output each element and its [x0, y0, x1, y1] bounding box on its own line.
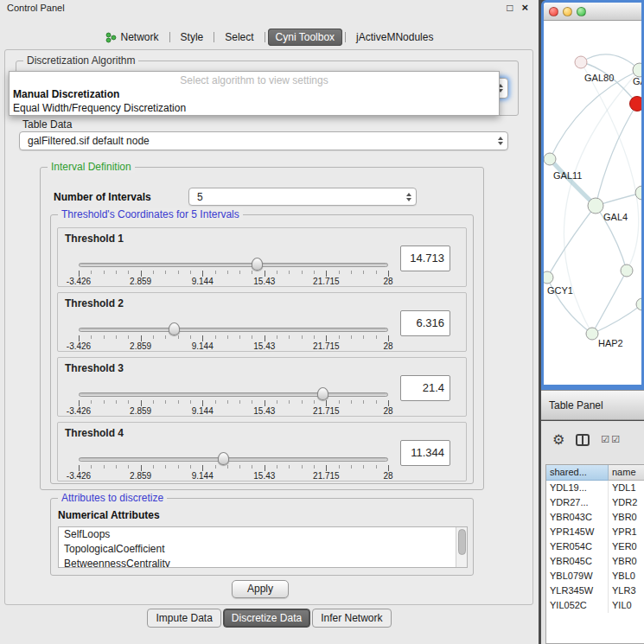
tab-jactivemnodules[interactable]: jActiveMNodules	[348, 29, 441, 46]
table-cell[interactable]: YBL0	[609, 569, 644, 583]
scrollbar-thumb[interactable]	[458, 529, 466, 555]
table-cell[interactable]: YDL1	[609, 481, 644, 495]
select-columns-icons: ☑ ☑	[601, 434, 620, 445]
threshold-1-slider[interactable]	[79, 263, 388, 270]
table-cell[interactable]: YBR0	[609, 554, 644, 569]
slider-thumb[interactable]	[218, 452, 229, 465]
tab-style[interactable]: Style	[173, 29, 212, 46]
gear-icon[interactable]: ⚙	[552, 433, 564, 447]
network-node-selected-red[interactable]	[630, 97, 642, 112]
network-node[interactable]	[544, 271, 553, 284]
table-cell[interactable]: YDR27...	[546, 495, 609, 510]
combo-stepper-icon[interactable]	[498, 137, 503, 145]
table-cell[interactable]: YPR1	[609, 525, 644, 539]
slider-thumb[interactable]	[252, 258, 263, 271]
network-node[interactable]	[586, 328, 598, 340]
tab-impute-data[interactable]: Impute Data	[147, 609, 220, 628]
minimize-traffic-light-icon[interactable]	[563, 7, 572, 16]
table-cell[interactable]: YLR345W	[546, 583, 609, 598]
table-row[interactable]: YIL052CYIL0	[546, 598, 644, 613]
table-cell[interactable]: YBR0	[609, 510, 644, 525]
table-cell[interactable]: YLR3	[609, 583, 644, 598]
scale-label: -3.426	[67, 341, 91, 351]
slider-tick-ruler	[79, 335, 389, 341]
slider-thumb[interactable]	[317, 387, 328, 400]
tab-network[interactable]: Network	[98, 29, 167, 46]
slider-tick-ruler	[79, 271, 389, 277]
threshold-4-slider[interactable]	[79, 457, 388, 464]
algorithm-option-equal-width[interactable]: Equal Width/Frequency Discretization	[10, 101, 499, 115]
checkbox-icon[interactable]: ☑	[601, 434, 609, 445]
number-of-intervals-combo[interactable]: 5	[188, 188, 417, 206]
tab-discretize-data[interactable]: Discretize Data	[223, 609, 310, 628]
slider-track[interactable]	[79, 457, 388, 462]
tab-separator	[265, 32, 265, 42]
table-row[interactable]: YER054CYER0	[546, 539, 644, 554]
apply-button[interactable]: Apply	[232, 580, 289, 598]
network-node[interactable]	[544, 153, 556, 165]
slider-thumb[interactable]	[169, 322, 180, 335]
column-header-name[interactable]: name	[609, 465, 644, 481]
list-scrollbar[interactable]	[456, 527, 467, 567]
slider-track[interactable]	[79, 392, 388, 397]
list-item[interactable]: TopologicalCoefficient	[59, 542, 467, 557]
table-row[interactable]: YPR145WYPR1	[546, 525, 644, 539]
tab-infer-network[interactable]: Infer Network	[312, 609, 391, 628]
numerical-attributes-list[interactable]: SelfLoops TopologicalCoefficient Between…	[58, 526, 468, 568]
table-cell[interactable]: YBL079W	[546, 569, 609, 583]
combo-stepper-icon[interactable]	[406, 193, 411, 201]
table-row[interactable]: YBL079WYBL0	[546, 569, 644, 583]
algorithm-option-manual[interactable]: Manual Discretization	[10, 87, 499, 101]
network-node[interactable]	[588, 198, 603, 214]
tab-separator	[345, 32, 346, 42]
columns-icon[interactable]	[576, 434, 590, 446]
threshold-2-slider[interactable]	[79, 328, 388, 335]
network-node[interactable]	[575, 56, 587, 68]
table-row[interactable]: YDR27...YDR2	[546, 495, 644, 510]
threshold-3-value-field[interactable]: 21.4	[400, 375, 450, 401]
tab-select[interactable]: Select	[217, 29, 261, 46]
table-cell[interactable]: YIL052C	[546, 598, 609, 613]
table-row[interactable]: YBR043CYBR0	[546, 510, 644, 525]
table-cell[interactable]: YDR2	[609, 495, 644, 510]
threshold-3-slider[interactable]	[79, 392, 388, 399]
threshold-1-value-field[interactable]: 14.713	[400, 245, 450, 271]
tab-cyni-toolbox[interactable]: Cyni Toolbox	[268, 29, 342, 46]
network-graph: GAL80 GA GAL11 GAL4 GCY1 HAP2	[544, 21, 641, 384]
table-data-combo[interactable]: galFiltered.sif default node	[19, 131, 508, 150]
threshold-2-value-field[interactable]: 6.316	[400, 310, 450, 336]
network-canvas[interactable]: GAL80 GA GAL11 GAL4 GCY1 HAP2	[544, 21, 641, 384]
table-row[interactable]: YLR345WYLR3	[546, 583, 644, 598]
slider-track[interactable]	[79, 328, 388, 332]
node-label: GAL11	[553, 170, 582, 181]
table-row[interactable]: YDL19...YDL1	[546, 481, 644, 495]
node-label: GAL4	[603, 212, 628, 222]
table-cell[interactable]: YPR145W	[546, 525, 609, 539]
network-window-titlebar[interactable]	[544, 3, 641, 21]
scale-label: 28	[383, 406, 392, 416]
table-cell[interactable]: YIL0	[609, 598, 644, 613]
scale-label: 15.43	[253, 277, 275, 286]
close-icon[interactable]: ×	[521, 0, 528, 16]
close-traffic-light-icon[interactable]	[549, 7, 558, 16]
threshold-4-value-field[interactable]: 11.344	[400, 440, 450, 466]
table-panel-header[interactable]: Table Panel	[541, 390, 644, 420]
tab-jactivemnodules-label: jActiveMNodules	[356, 31, 433, 43]
float-window-icon[interactable]: □	[507, 0, 513, 16]
table-row[interactable]: YBR045CYBR0	[546, 554, 644, 569]
network-node[interactable]	[621, 265, 633, 277]
scale-label: -3.426	[67, 406, 91, 416]
table-cell[interactable]: YBR045C	[546, 554, 609, 569]
table-cell[interactable]: YER054C	[546, 539, 609, 554]
list-item[interactable]: BetweennessCentrality	[59, 557, 467, 568]
table-cell[interactable]: YDL19...	[546, 481, 609, 495]
list-item[interactable]: SelfLoops	[59, 527, 467, 542]
table-cell[interactable]: YER0	[609, 539, 644, 554]
slider-track[interactable]	[79, 263, 388, 267]
table-cell[interactable]: YBR043C	[546, 510, 609, 525]
checkbox-icon[interactable]: ☑	[611, 434, 620, 445]
slider-tick-ruler	[79, 465, 389, 471]
numerical-attributes-label: Numerical Attributes	[58, 509, 160, 521]
zoom-traffic-light-icon[interactable]	[577, 7, 586, 16]
column-header-shared-name[interactable]: shared...	[546, 465, 609, 481]
